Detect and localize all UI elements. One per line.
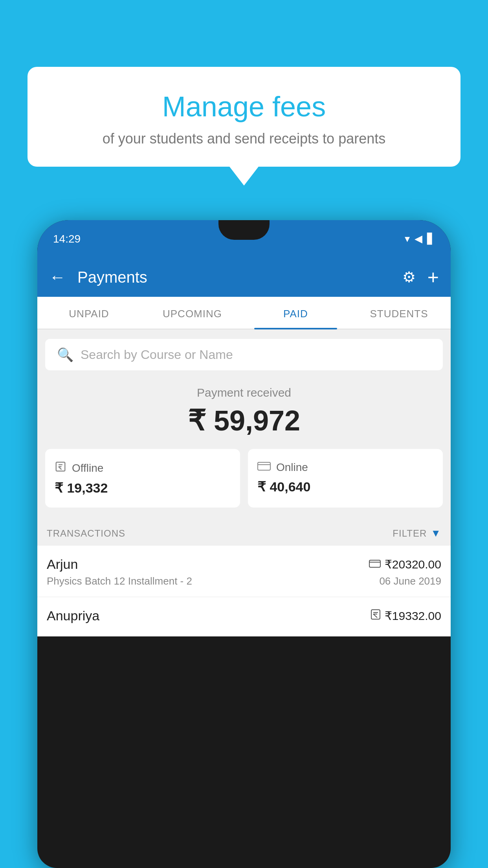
background: Manage fees of your students and send re… [0,0,488,868]
filter-button[interactable]: FILTER ▼ [393,527,441,539]
filter-label: FILTER [393,528,427,539]
offline-payment-card: Offline ₹ 19,332 [45,449,240,508]
rupee-payment-icon [371,609,381,623]
battery-icon: ▋ [427,233,435,245]
main-content: 🔍 Search by Course or Name Payment recei… [37,329,451,636]
search-placeholder: Search by Course or Name [81,348,233,362]
wifi-icon: ▾ [405,233,410,245]
transaction-date: 06 June 2019 [379,575,441,587]
search-bar[interactable]: 🔍 Search by Course or Name [45,339,443,370]
tab-paid[interactable]: PAID [244,297,347,329]
online-amount: ₹ 40,640 [257,479,433,495]
transaction-top: Arjun ₹20320.00 [47,557,441,572]
transactions-header: TRANSACTIONS FILTER ▼ [37,519,451,546]
online-card-top: Online [257,461,433,474]
tab-students[interactable]: STUDENTS [347,297,451,329]
transaction-course: Physics Batch 12 Installment - 2 [47,575,192,587]
bubble-title: Manage fees [47,90,441,123]
card-payment-icon [369,558,381,571]
tabs: UNPAID UPCOMING PAID STUDENTS [37,297,451,329]
tab-upcoming[interactable]: UPCOMING [141,297,244,329]
transaction-amount-2: ₹19332.00 [385,609,441,623]
transaction-top: Anupriya ₹19332.00 [47,608,441,623]
phone-notch [218,220,270,240]
transactions-label: TRANSACTIONS [47,528,125,539]
add-button[interactable]: + [427,266,439,289]
payment-cards: Offline ₹ 19,332 Online [37,449,451,519]
tab-unpaid[interactable]: UNPAID [37,297,141,329]
offline-amount: ₹ 19,332 [55,480,231,496]
transaction-amount: ₹20320.00 [385,557,441,571]
transaction-bottom: Physics Batch 12 Installment - 2 06 June… [47,575,441,587]
svg-rect-4 [258,462,270,470]
app-header: ← Payments ⚙ + [37,257,451,297]
transaction-row[interactable]: Anupriya ₹19332.00 [37,597,451,636]
transaction-row[interactable]: Arjun ₹20320.00 Physics Batch 12 Install… [37,546,451,597]
transaction-name: Arjun [47,557,78,572]
payment-received-amount: ₹ 59,972 [45,404,443,437]
header-actions: ⚙ + [402,266,439,289]
search-icon: 🔍 [57,347,73,362]
payment-received-section: Payment received ₹ 59,972 [37,370,451,449]
transaction-name-2: Anupriya [47,608,99,623]
svg-rect-6 [369,560,380,567]
offline-icon [55,461,66,475]
offline-card-top: Offline [55,461,231,475]
status-bar: 14:29 ▾ ◀ ▋ [37,220,451,257]
back-button[interactable]: ← [49,268,66,287]
svg-line-11 [373,614,377,618]
speech-bubble: Manage fees of your students and send re… [28,67,460,167]
transaction-amount-wrap: ₹20320.00 [369,557,441,571]
settings-button[interactable]: ⚙ [402,268,416,286]
signal-icon: ◀ [415,233,422,245]
payment-received-label: Payment received [45,386,443,399]
filter-icon: ▼ [431,527,441,539]
offline-label: Offline [72,462,103,474]
online-label: Online [276,461,308,474]
phone-frame: 14:29 ▾ ◀ ▋ ← Payments ⚙ + UNPAID UPCOMI… [37,220,451,868]
online-icon [257,461,271,474]
bubble-subtitle: of your students and send receipts to pa… [47,131,441,147]
online-payment-card: Online ₹ 40,640 [248,449,443,508]
status-icons: ▾ ◀ ▋ [405,233,435,245]
header-title: Payments [73,268,394,286]
transaction-amount-wrap-2: ₹19332.00 [371,609,441,623]
status-time: 14:29 [53,233,81,245]
